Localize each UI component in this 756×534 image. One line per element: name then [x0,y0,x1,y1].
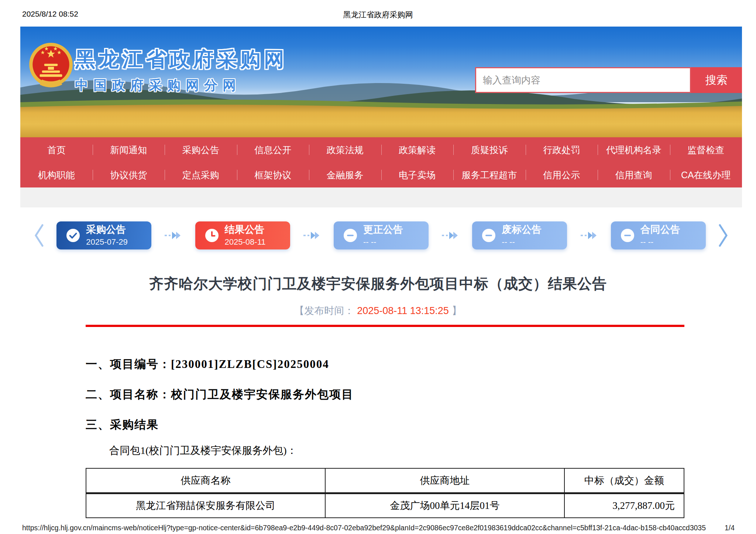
timeline-step-date: -- -- [363,237,403,247]
print-url: https://hljcg.hlj.gov.cn/maincms-web/not… [22,524,706,532]
timeline-card-cancellation-notice[interactable]: 废标公告 -- -- [472,221,567,249]
timeline-next-icon[interactable] [718,224,728,247]
timeline-arrow-icon [164,230,182,241]
contract-package-line: 合同包1(校门门卫及楼宇安保服务外包)： [109,444,297,458]
nav-item-agreement-supply[interactable]: 协议供货 [93,162,165,187]
nav-item-news[interactable]: 新闻通知 [93,137,165,162]
timeline-step-date: 2025-08-11 [225,237,266,247]
timeline-step-date: 2025-07-29 [86,237,128,247]
cell-award-amount: 3,277,887.00元 [564,493,684,518]
nav-item-functions[interactable]: 机构职能 [20,162,93,187]
project-name-line: 二、项目名称：校门门卫及楼宇安保服务外包项目 [86,387,354,402]
title-divider [86,325,684,327]
nav-item-ca-online[interactable]: CA在线办理 [670,162,742,187]
timeline-step-date: -- -- [640,237,680,247]
timeline-step-date: -- -- [502,237,542,247]
publish-label: 【发布时间： [294,305,354,316]
cell-supplier-name: 黑龙江省翔喆保安服务有限公司 [86,493,325,518]
timeline-step-label: 废标公告 [502,224,542,235]
table-row: 黑龙江省翔喆保安服务有限公司 金茂广场00单元14层01号 3,277,887.… [86,493,684,518]
notice-timeline: 采购公告 2025-07-29 结果公告 2025-08-11 更正公告 -- … [20,216,742,255]
minus-circle-icon [482,228,496,242]
nav-item-fixed-point[interactable]: 定点采购 [165,162,237,187]
check-circle-icon [66,228,80,242]
header-award-amount: 中标（成交）金额 [564,468,684,493]
header-supplier-name: 供应商名称 [86,468,325,493]
timeline-arrow-icon [303,230,321,241]
publish-time: 2025-08-11 13:15:25 [357,305,449,316]
search-input[interactable] [475,67,691,93]
nav-item-policy-interpretation[interactable]: 政策解读 [381,137,454,162]
timeline-arrow-icon [580,230,598,241]
print-footer: https://hljcg.hlj.gov.cn/maincms-web/not… [22,524,735,532]
nav-item-info-disclosure[interactable]: 信息公开 [237,137,309,162]
publish-label-close: 】 [452,305,462,316]
nav-item-framework[interactable]: 框架协议 [237,162,309,187]
site-banner: 黑龙江省政府采购网 中国政府采购网分网 搜索 [20,27,742,137]
site-title: 黑龙江省政府采购网 [75,48,288,70]
nav-item-credit-query[interactable]: 信用查询 [598,162,670,187]
timeline-step-label: 更正公告 [363,224,403,235]
publish-time-line: 【发布时间：2025-08-11 13:15:25】 [0,304,756,317]
timeline-prev-icon[interactable] [34,224,44,247]
cell-supplier-address: 金茂广场00单元14层01号 [325,493,564,518]
search-box: 搜索 [475,67,742,93]
timeline-step-label: 合同公告 [640,224,680,235]
nav-item-home[interactable]: 首页 [20,137,93,162]
nav-item-supervision[interactable]: 监督检查 [670,137,742,162]
nav-item-procurement-notices[interactable]: 采购公告 [165,137,237,162]
procurement-result-heading: 三、采购结果 [86,417,159,433]
nav-row-2: 机构职能 协议供货 定点采购 框架协议 金融服务 电子卖场 服务工程超市 信用公… [20,162,742,187]
nav-item-credit-publicity[interactable]: 信用公示 [526,162,598,187]
notice-title: 齐齐哈尔大学校门门卫及楼宇安保服务外包项目中标（成交）结果公告 [0,274,756,294]
site-subtitle: 中国政府采购网分网 [75,76,288,94]
nav-row-1: 首页 新闻通知 采购公告 信息公开 政策法规 政策解读 质疑投诉 行政处罚 代理… [20,137,742,162]
timeline-step-label: 结果公告 [225,224,266,235]
timeline-card-result-notice[interactable]: 结果公告 2025-08-11 [195,221,290,249]
timeline-arrow-icon [441,230,460,241]
minus-circle-icon [621,228,635,242]
timeline-card-procurement-notice[interactable]: 采购公告 2025-07-29 [56,221,151,249]
national-emblem-logo [28,41,73,97]
clock-icon [205,228,219,242]
result-table: 供应商名称 供应商地址 中标（成交）金额 黑龙江省翔喆保安服务有限公司 金茂广场… [86,468,684,518]
project-number-line: 一、项目编号：[230001]ZLZB[CS]20250004 [86,356,329,372]
main-navigation: 首页 新闻通知 采购公告 信息公开 政策法规 政策解读 质疑投诉 行政处罚 代理… [20,137,742,187]
nav-item-admin-penalty[interactable]: 行政处罚 [526,137,598,162]
timeline-card-correction-notice[interactable]: 更正公告 -- -- [334,221,429,249]
search-button[interactable]: 搜索 [691,67,742,93]
nav-item-policies[interactable]: 政策法规 [309,137,381,162]
nav-item-e-market[interactable]: 电子卖场 [381,162,454,187]
header-supplier-address: 供应商地址 [325,468,564,493]
nav-item-service-mart[interactable]: 服务工程超市 [453,162,526,187]
nav-item-finance[interactable]: 金融服务 [309,162,381,187]
print-doc-title: 黑龙江省政府采购网 [0,10,756,20]
nav-bottom-band [20,187,742,207]
table-header-row: 供应商名称 供应商地址 中标（成交）金额 [86,468,684,493]
minus-circle-icon [343,228,357,242]
timeline-step-label: 采购公告 [86,224,128,235]
print-header: 2025/8/12 08:52 黑龙江省政府采购网 [0,10,756,21]
nav-item-agency-directory[interactable]: 代理机构名录 [598,137,670,162]
print-page-number: 1/4 [725,524,735,532]
timeline-card-contract-notice[interactable]: 合同公告 -- -- [611,221,706,249]
nav-item-complaints[interactable]: 质疑投诉 [453,137,526,162]
